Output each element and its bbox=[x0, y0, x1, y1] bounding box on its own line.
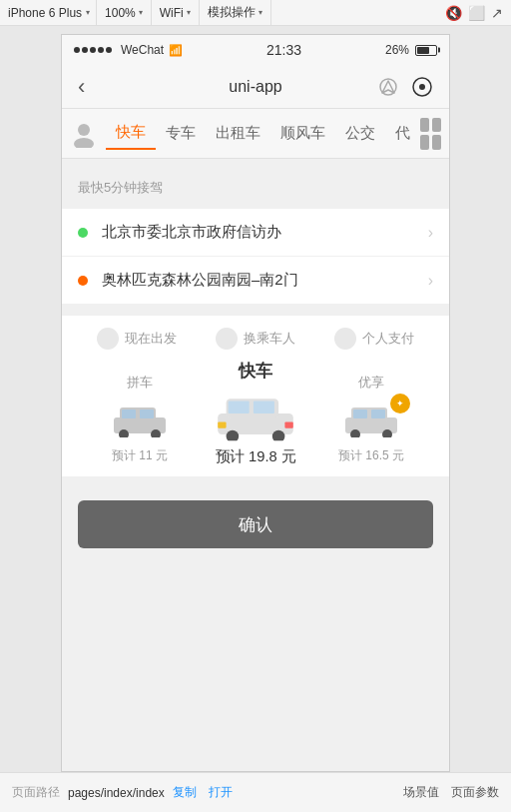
svg-rect-11 bbox=[140, 409, 154, 418]
car-img-pinche bbox=[105, 398, 175, 441]
status-right: 26% bbox=[385, 43, 437, 57]
confirm-section: 确认 bbox=[62, 488, 449, 560]
tab-shunfengche[interactable]: 顺风车 bbox=[270, 118, 335, 149]
operation-dropdown[interactable]: 模拟操作 ▾ bbox=[200, 0, 271, 26]
network-chevron: ▾ bbox=[187, 8, 191, 17]
nav-right-icons bbox=[377, 76, 433, 98]
tab-dai[interactable]: 代 bbox=[385, 118, 420, 149]
scene-value-btn[interactable]: 场景值 bbox=[403, 784, 439, 801]
device-bar: iPhone 6 Plus ▾ 100% ▾ WiFi ▾ 模拟操作 ▾ 🔇 ⬜… bbox=[0, 0, 511, 26]
tab-zhuanche[interactable]: 专车 bbox=[156, 118, 206, 149]
speaker-icon[interactable]: 🔇 bbox=[445, 5, 462, 21]
clock-icon bbox=[97, 328, 119, 350]
device-bar-icons: 🔇 ⬜ ↗ bbox=[445, 5, 503, 21]
car-price-kuaiche: 预计 19.8 元 bbox=[216, 448, 296, 467]
main-content: 最快5分钟接驾 北京市委北京市政府信访办 › 奥林匹克森林公园南园–南2门 › … bbox=[62, 159, 449, 771]
quick-pickup-label: 最快5分钟接驾 bbox=[62, 171, 449, 209]
device-dropdowns: 100% ▾ WiFi ▾ 模拟操作 ▾ bbox=[96, 0, 439, 26]
nav-bar: ‹ uni-app bbox=[62, 65, 449, 109]
window-icon[interactable]: ⬜ bbox=[468, 5, 485, 21]
target-icon[interactable] bbox=[411, 76, 433, 98]
options-row: 现在出发 换乘车人 个人支付 bbox=[78, 328, 433, 350]
dest-text: 奥林匹克森林公园南园–南2门 bbox=[102, 271, 428, 290]
dest-dot bbox=[78, 276, 88, 286]
copy-link[interactable]: 复制 bbox=[173, 784, 197, 801]
open-link[interactable]: 打开 bbox=[209, 784, 233, 801]
svg-rect-25 bbox=[371, 409, 385, 418]
phone-model-chevron[interactable]: ▾ bbox=[86, 8, 90, 17]
depart-now-btn[interactable]: 现在出发 bbox=[97, 328, 177, 350]
exit-icon[interactable]: ↗ bbox=[491, 5, 503, 21]
car-img-kuaiche bbox=[214, 390, 297, 442]
phone-frame: WeChat 📶 21:33 26% ‹ uni-app bbox=[61, 34, 450, 772]
page-params-btn[interactable]: 页面参数 bbox=[451, 784, 499, 801]
path-label: 页面路径 bbox=[12, 784, 60, 801]
svg-rect-16 bbox=[229, 401, 250, 413]
tab-grid-icon[interactable] bbox=[420, 118, 441, 150]
car-label-kuaiche: 快车 bbox=[239, 361, 272, 383]
tab-bar: 快车 专车 出租车 顺风车 公交 代 bbox=[62, 109, 449, 159]
status-bar: WeChat 📶 21:33 26% bbox=[62, 35, 449, 65]
car-img-youxiang: ✦ bbox=[336, 398, 406, 441]
dest-chevron: › bbox=[428, 272, 433, 290]
nav-title: uni-app bbox=[229, 78, 281, 96]
carrier-label: WeChat bbox=[121, 43, 164, 57]
car-option-kuaiche[interactable]: 快车 预计 19.8 元 bbox=[195, 361, 316, 466]
options-card: 现在出发 换乘车人 个人支付 拼车 bbox=[62, 316, 449, 476]
tab-chuzuche[interactable]: 出租车 bbox=[206, 118, 270, 149]
location-list: 北京市委北京市政府信访办 › 奥林匹克森林公园南园–南2门 › bbox=[62, 209, 449, 304]
svg-point-5 bbox=[74, 138, 94, 148]
tab-gongjiao[interactable]: 公交 bbox=[335, 118, 385, 149]
back-button[interactable]: ‹ bbox=[78, 74, 110, 100]
location-item-origin[interactable]: 北京市委北京市政府信访办 › bbox=[62, 209, 449, 257]
battery-dropdown[interactable]: 100% ▾ bbox=[96, 0, 152, 26]
device-name: iPhone 6 Plus ▾ bbox=[8, 6, 90, 20]
personal-pay-btn[interactable]: 个人支付 bbox=[334, 328, 414, 350]
location-item-dest[interactable]: 奥林匹克森林公园南园–南2门 › bbox=[62, 257, 449, 304]
car-selection: 拼车 预计 11 元 快车 bbox=[78, 364, 433, 464]
svg-rect-10 bbox=[122, 409, 136, 418]
location-arrow-icon[interactable] bbox=[377, 76, 399, 98]
operation-chevron: ▾ bbox=[258, 8, 262, 17]
svg-rect-17 bbox=[254, 401, 274, 413]
tab-person-icon[interactable] bbox=[70, 116, 98, 152]
origin-text: 北京市委北京市政府信访办 bbox=[102, 223, 428, 242]
car-price-pinche: 预计 11 元 bbox=[112, 447, 168, 464]
bottom-right: 场景值 页面参数 bbox=[403, 784, 499, 801]
svg-point-3 bbox=[419, 84, 425, 90]
car-option-youxiang[interactable]: 优享 ✦ bbox=[313, 374, 429, 464]
change-passenger-btn[interactable]: 换乘车人 bbox=[216, 328, 295, 350]
phone-model-label: iPhone 6 Plus bbox=[8, 6, 82, 20]
confirm-button[interactable]: 确认 bbox=[78, 500, 433, 548]
battery-indicator bbox=[415, 45, 437, 56]
bottom-bar: 页面路径 pages/index/index 复制 打开 场景值 页面参数 bbox=[0, 772, 511, 812]
car-option-pinche[interactable]: 拼车 预计 11 元 bbox=[82, 374, 198, 464]
svg-point-4 bbox=[78, 124, 90, 136]
path-value: pages/index/index bbox=[68, 786, 165, 800]
status-left: WeChat 📶 bbox=[74, 43, 183, 57]
status-time: 21:33 bbox=[183, 42, 385, 58]
battery-percent: 26% bbox=[385, 43, 409, 57]
tab-kuaiche[interactable]: 快车 bbox=[106, 117, 156, 150]
wifi-status-icon: 📶 bbox=[169, 44, 183, 57]
network-dropdown[interactable]: WiFi ▾ bbox=[152, 0, 200, 26]
signal-dots bbox=[74, 47, 112, 53]
car-price-youxiang: 预计 16.5 元 bbox=[338, 447, 404, 464]
battery-chevron: ▾ bbox=[139, 8, 143, 17]
origin-chevron: › bbox=[428, 224, 433, 242]
svg-rect-18 bbox=[218, 421, 226, 427]
car-label-pinche: 拼车 bbox=[127, 374, 153, 392]
wallet-icon bbox=[334, 328, 356, 350]
svg-marker-1 bbox=[382, 81, 394, 93]
origin-dot bbox=[78, 228, 88, 238]
svg-rect-19 bbox=[284, 421, 292, 427]
passenger-icon bbox=[216, 328, 238, 350]
car-label-youxiang: 优享 bbox=[358, 374, 384, 392]
svg-rect-24 bbox=[353, 409, 367, 418]
